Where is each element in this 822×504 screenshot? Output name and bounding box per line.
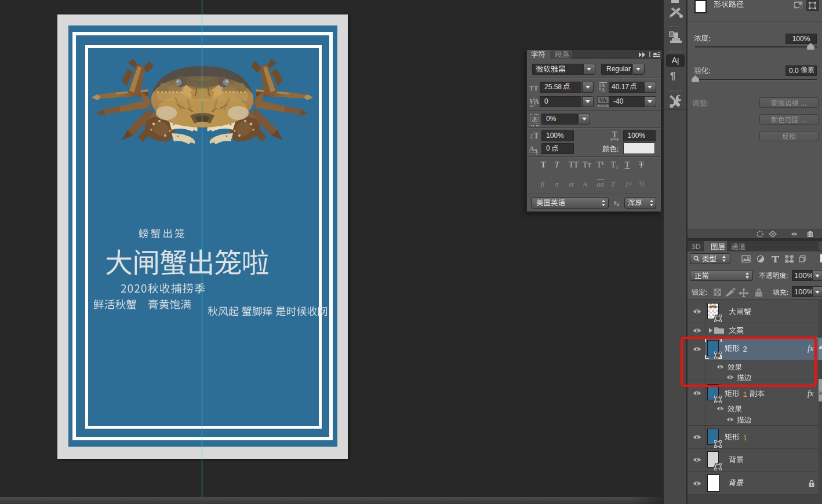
svg-text:A: A (601, 87, 605, 93)
